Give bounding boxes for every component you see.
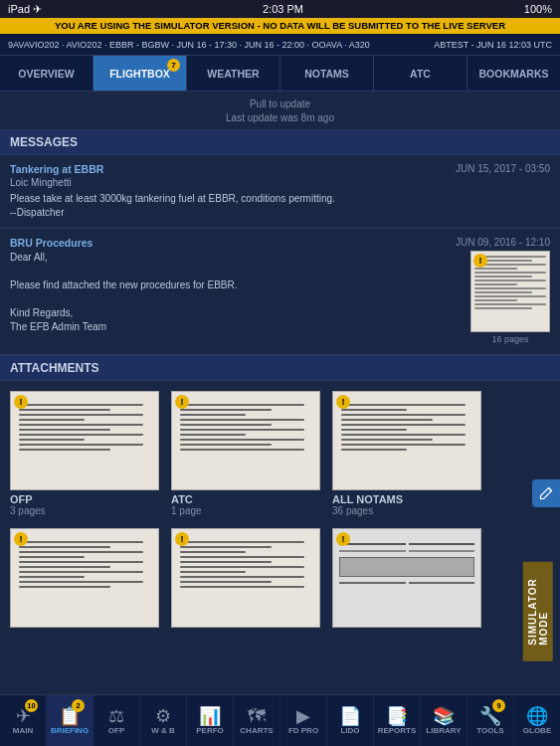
doc-line [19, 424, 143, 426]
attachment-pages: 3 pages [10, 505, 159, 516]
doc-line [474, 276, 532, 278]
message-item[interactable]: BRU Procedures JUN 09, 2016 - 12:10 Dear… [0, 229, 560, 355]
doc-thumbnail-inner: ! [471, 252, 549, 331]
bottom-nav: ✈ MAIN 10 📋 BRIEFING 2 ⚖ OFP ⚙ W & B 📊 P… [0, 694, 560, 746]
nav-badge: 2 [72, 699, 85, 712]
status-bar: iPad ✈ 2:03 PM 100% [0, 0, 560, 18]
doc-line [339, 582, 406, 584]
doc-line [341, 424, 466, 426]
nav-item-library[interactable]: 📚 LIBRARY [421, 695, 467, 746]
doc-line [409, 550, 475, 552]
nav-item-fdpro[interactable]: ▶ FD PRO [280, 695, 327, 746]
doc-line [409, 582, 475, 584]
att-doc-lines [11, 392, 158, 462]
nav-item-main[interactable]: ✈ MAIN 10 [0, 695, 47, 746]
doc-line [19, 566, 110, 568]
doc-line [180, 429, 304, 431]
list-item[interactable]: ! OFP 3 pages [10, 391, 159, 516]
status-right: 100% [524, 3, 552, 15]
doc-warning-badge: ! [175, 532, 189, 546]
list-item[interactable]: ! ALL NOTAMS 36 pages [332, 391, 481, 516]
attachment-label: ALL NOTAMS [332, 493, 481, 505]
attachment-pages: 36 pages [332, 505, 481, 516]
doc-line [19, 414, 143, 416]
doc-line [19, 434, 143, 436]
nav-item-tools[interactable]: 🔧 TOOLS 9 [467, 695, 514, 746]
attachment-doc-5: ! [171, 528, 320, 628]
flight-info-left: 9AVAVIO202 · AVIO202 · EBBR - BGBW · JUN… [8, 40, 370, 50]
doc-line [341, 439, 433, 441]
att-doc-lines [172, 529, 319, 599]
doc-line [19, 449, 110, 451]
library-icon: 📚 [433, 707, 455, 725]
doc-line [180, 424, 272, 426]
nav-label: PERFO [196, 726, 224, 735]
content-area: Pull to update Last update was 8m ago ME… [0, 92, 560, 694]
doc-line [19, 546, 110, 548]
status-left: iPad ✈ [8, 3, 42, 16]
att-doc-lines [172, 392, 319, 462]
message-item[interactable]: Tankering at EBBR JUN 15, 2017 - 03:50 L… [0, 155, 560, 229]
nav-item-reports[interactable]: 📑 REPORTS [374, 695, 421, 746]
doc-line [19, 409, 110, 411]
nav-badge: 9 [492, 699, 505, 712]
doc-line [19, 444, 143, 446]
simulator-warning-bar: YOU ARE USING THE SIMULATOR VERSION - NO… [0, 18, 560, 34]
doc-line [474, 303, 546, 305]
list-item[interactable]: ! ATC 1 page [171, 391, 320, 516]
nav-item-globe[interactable]: 🌐 GLOBE [514, 695, 560, 746]
doc-line [341, 444, 466, 446]
doc-line [341, 434, 466, 436]
doc-line [19, 541, 143, 543]
doc-line [180, 556, 304, 558]
doc-line [19, 404, 143, 406]
chart-content [333, 529, 480, 590]
doc-line [19, 419, 85, 421]
message-with-attachment: Dear All, Please find attached the new p… [10, 251, 550, 346]
nav-item-wb[interactable]: ⚙ W & B [140, 695, 187, 746]
tab-atc[interactable]: ATC [374, 56, 467, 91]
tab-notams[interactable]: NOTAMS [280, 56, 374, 91]
message-body: Dear All, Please find attached the new p… [10, 251, 461, 334]
message-text: Dear All, Please find attached the new p… [10, 251, 461, 346]
list-item[interactable]: ! [10, 528, 159, 631]
ofp-icon: ⚖ [108, 707, 124, 725]
attachment-doc-atc: ! [171, 391, 320, 490]
nav-item-ofp[interactable]: ⚖ OFP [93, 695, 140, 746]
att-doc-lines [11, 529, 158, 599]
doc-line [19, 439, 85, 441]
doc-line [339, 550, 406, 552]
doc-line [180, 414, 246, 416]
tab-flightbox[interactable]: FLIGHTBOX 7 [93, 56, 187, 91]
message-sender: Loic Minghetti [10, 177, 550, 188]
flightbox-badge: 7 [167, 59, 180, 72]
nav-item-perfo[interactable]: 📊 PERFO [187, 695, 234, 746]
lido-icon: 📄 [339, 707, 361, 725]
nav-item-briefing[interactable]: 📋 BRIEFING 2 [47, 695, 93, 746]
doc-line [341, 414, 466, 416]
tab-overview[interactable]: OVERVIEW [0, 56, 93, 91]
nav-badge: 10 [25, 699, 38, 712]
charts-icon: 🗺 [248, 707, 266, 725]
nav-item-lido[interactable]: 📄 LIDO [327, 695, 374, 746]
doc-warning-badge: ! [14, 395, 28, 409]
list-item[interactable]: ! [171, 528, 320, 631]
attachment-doc-ofp: ! [10, 391, 159, 490]
pull-to-update: Pull to update Last update was 8m ago [0, 92, 560, 129]
doc-line [339, 543, 406, 545]
doc-thumbnail: ! [470, 251, 550, 332]
doc-line [341, 404, 466, 406]
message-attachment-thumbnail[interactable]: ! [470, 251, 550, 346]
doc-warning-badge: ! [473, 254, 487, 268]
nav-label: FD PRO [288, 726, 318, 735]
doc-line [180, 586, 304, 588]
attachment-pages: 16 pages [491, 332, 528, 346]
flight-info-bar: 9AVAVIO202 · AVIO202 · EBBR - BGBW · JUN… [0, 34, 560, 56]
attachments-header: ATTACHMENTS [0, 355, 560, 381]
edit-button[interactable] [532, 479, 560, 507]
nav-item-charts[interactable]: 🗺 CHARTS [234, 695, 280, 746]
tab-weather[interactable]: WEATHER [187, 56, 280, 91]
tab-bookmarks[interactable]: BOOKMARKS [467, 56, 560, 91]
list-item[interactable]: ! [332, 528, 481, 631]
doc-line [474, 299, 517, 301]
